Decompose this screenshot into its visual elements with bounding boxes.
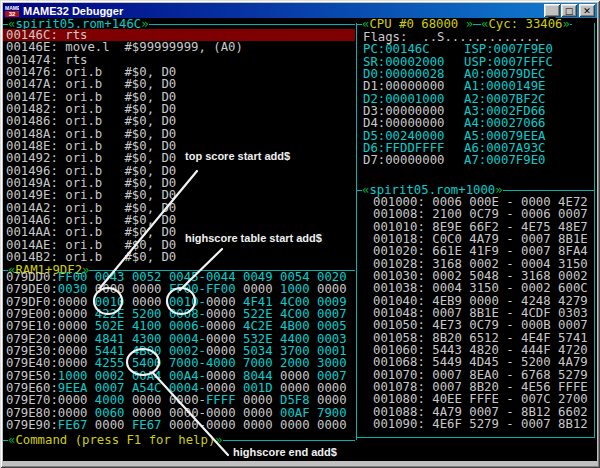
memory-row[interactable]: 001090: 4E6F 5279 - 0007 8B12 [370,418,597,430]
disasm-row[interactable]: 0014B2: ori.b #$0, D0 [3,251,355,263]
window-title: MAME32 Debugger [23,5,543,17]
memory-row[interactable]: 001050: 4E73 0C79 - 000B 0007 [370,319,597,331]
disasm-row[interactable]: 00146E: move.l #$99999999, (A0) [3,41,355,53]
close-button[interactable]: ✕ [579,4,595,17]
cpu-title: CPU #0 68000 [369,18,458,30]
maximize-button[interactable]: □ [561,4,577,17]
command-bar[interactable]: «Command (press F1 for help)» [3,434,355,446]
disasm-row[interactable]: 00147A: ori.b #$0, D0 [3,78,355,90]
chevron-right-icon: » [466,18,473,30]
memory-cell: 0000- [169,418,206,432]
memory-cell: 0000 [95,418,132,432]
cpu-header: «CPU #0 68000 »«Cyc: 33406» [357,18,594,30]
register-panel: Flags: ..S............. PC:00146CISP:000… [360,31,594,167]
memory-cell: FE67 [132,418,169,432]
rom-dump-bottom-rule [357,437,594,438]
disasm-row[interactable]: 00149E: ori.b #$0, D0 [3,189,355,201]
memory-cell: FE67 [58,418,95,432]
memory-cell: 0000 [280,418,317,432]
memory-row[interactable]: 001020: 661E 41F9 - 0007 8FA4 [370,245,597,257]
chevron-left-icon: « [481,18,488,30]
register-value: PC:00146C [363,43,464,55]
maximize-icon: □ [565,6,574,16]
minimize-button[interactable]: ▁ [544,4,560,17]
annotation-top-score: top score start add$ [185,150,290,162]
memory-cell: 0000 [317,418,347,432]
register-value: D7:00000000 [363,154,464,166]
command-label: Command (press F1 for help) [15,434,215,446]
chevron-left-icon: « [362,184,369,196]
memory-row[interactable]: 001080: 40EE FFFE - 007C 2700 [370,393,597,405]
disasm-row[interactable]: 001486: ori.b #$0, D0 [3,115,355,127]
chevron-right-icon: » [563,18,570,30]
mame32-icon-top: MAME [5,5,19,11]
close-icon: ✕ [583,6,591,16]
register-value: D4:00000000 [363,117,464,129]
memory-row[interactable]: 001008: 2100 0C79 - 0006 0007 [370,208,597,220]
panel-separator-line [356,23,357,440]
chevron-left-icon: « [362,18,369,30]
memory-row[interactable]: 001068: 5449 4D45 - 5200 4A79 [370,356,597,368]
right-border-line [594,23,595,438]
annotation-table-start: highscore table start add$ [185,232,322,244]
disasm-row[interactable]: 001492: ori.b #$0, D0 [3,152,355,164]
register-row: D7:00000000A7:0007F9E0 [360,154,594,166]
mame32-icon: MAME 32 [5,5,19,17]
memory-cell: 0000 [243,418,280,432]
cycles-value: 33406 [526,18,563,30]
memory-address: 079E90: [6,418,58,432]
ram-dump: 079DD0:FF00 0043 0052 0045-0044 0049 005… [3,271,355,431]
cycles-label: Cyc: [488,18,518,30]
debugger-window: MAME 32 MAME32 Debugger ▁ □ ✕ «spirit05.… [0,0,600,468]
rom-dump: 001000: 0006 000E - 0000 4E72001008: 210… [370,196,597,430]
register-value: A7:0007F9E0 [464,153,545,167]
debugger-client-area: «spirit05.rom+146C» 00146C: rts00146E: m… [3,18,597,461]
memory-row[interactable]: 079E90:FE67 0000 FE67 0000-0000 0000 000… [3,419,355,431]
register-value: D1:00000000 [363,80,464,92]
memory-row[interactable]: 001038: 0004 3150 - 0002 600C [370,282,597,294]
mame32-icon-bottom: 32 [5,11,19,17]
memory-cell: 0000 [206,418,243,432]
minimize-icon: ▁ [549,8,556,18]
disasm-listing: 00146C: rts00146E: move.l #$99999999, (A… [3,29,355,263]
register-list: PC:00146CISP:0007F9E0SR:00002000USP:0007… [360,43,594,166]
chevron-left-icon: « [8,434,15,446]
annotation-table-end: highscore end add$ [233,446,337,458]
title-bar[interactable]: MAME 32 MAME32 Debugger ▁ □ ✕ [3,3,597,18]
chevron-right-icon: » [215,434,222,446]
